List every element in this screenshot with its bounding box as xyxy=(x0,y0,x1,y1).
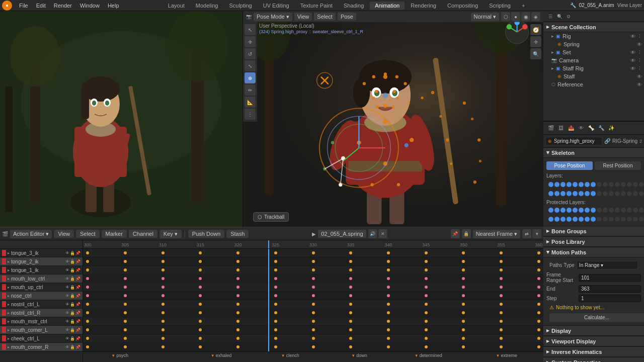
sc-icon-outliner[interactable]: ☰ xyxy=(546,13,554,21)
track-mute-icon[interactable]: 🔒 xyxy=(70,345,75,349)
pose-position-btn[interactable]: Pose Position xyxy=(546,161,593,170)
layer-dot-1[interactable] xyxy=(554,217,559,222)
keyframe-mouth_up_ctrl-345[interactable] xyxy=(425,286,428,289)
menu-window[interactable]: Window xyxy=(76,2,104,10)
keyframe-mouth_mstr_ctrl-330[interactable] xyxy=(312,320,315,323)
keyframe-mouth_corner_L-315[interactable] xyxy=(199,328,202,331)
keyframe-mouth_corner_L-335[interactable] xyxy=(349,328,352,331)
keyframe-tongue_1_ik-355[interactable] xyxy=(500,268,503,272)
layer-dot-10[interactable] xyxy=(609,191,614,196)
keyframe-tongue_2_ik-305[interactable] xyxy=(124,260,127,263)
keyframe-mouth_corner_R-360[interactable] xyxy=(537,345,540,348)
keyframe-nostril_ctrl_R-330[interactable] xyxy=(312,311,315,314)
keyframe-nose_ctrl-330[interactable] xyxy=(312,294,315,297)
ae-push-down-btn[interactable]: Push Down xyxy=(188,230,224,238)
track-pin-icon[interactable]: 📌 xyxy=(75,319,80,324)
keyframe-mouth_corner_L-325[interactable] xyxy=(274,328,277,331)
keyframe-mouth_low_ctrl-355[interactable] xyxy=(500,277,503,280)
keyframe-nostril_ctrl_L-330[interactable] xyxy=(312,303,315,306)
keyframe-mouth_corner_L-345[interactable] xyxy=(425,328,428,331)
tab-compositing[interactable]: Compositing xyxy=(442,2,483,10)
keyframe-cheek_ctrl_L-335[interactable] xyxy=(349,337,352,340)
staff-rig-options[interactable]: ⋮ xyxy=(637,66,642,71)
ae-track-mouth_corner_L[interactable]: ▸ mouth_corner_L 👁 🔒 📌 xyxy=(0,326,83,334)
track-visible-icon[interactable]: 👁 xyxy=(65,336,69,341)
track-visible-icon[interactable]: 👁 xyxy=(65,345,69,349)
ae-track-mouth_low_ctrl[interactable]: ▸ mouth_low_ctrl 👁 🔒 📌 xyxy=(0,275,83,283)
layer-dot-0[interactable] xyxy=(548,182,553,187)
keyframe-mouth_up_ctrl-320[interactable] xyxy=(236,286,239,289)
keyframe-mouth_up_ctrl-340[interactable] xyxy=(387,286,390,289)
ae-type-dropdown[interactable]: Action Editor ▾ xyxy=(10,230,52,238)
keyframe-tongue_2_ik-355[interactable] xyxy=(500,260,503,263)
ae-track-mouth_mstr_ctrl[interactable]: ▸ mouth_mstr_ctrl 👁 🔒 📌 xyxy=(0,317,83,326)
layer-dot-8[interactable] xyxy=(597,182,602,187)
keyframe-tongue_1_ik-305[interactable] xyxy=(124,268,127,272)
keyframe-mouth_up_ctrl-350[interactable] xyxy=(462,286,465,289)
prop-icon-object-data[interactable]: 🦴 xyxy=(587,124,596,133)
keyframe-nostril_ctrl_L-310[interactable] xyxy=(162,303,165,306)
keyframe-tongue_2_ik-340[interactable] xyxy=(387,260,390,263)
ik-header[interactable]: ▸ Inverse Kinematics xyxy=(543,347,644,357)
keyframe-mouth_low_ctrl-305[interactable] xyxy=(124,277,127,280)
track-visible-icon[interactable]: 👁 xyxy=(65,311,69,315)
tab-sculpting[interactable]: Sculpting xyxy=(224,2,257,10)
keyframe-tongue_3_ik-330[interactable] xyxy=(312,251,315,254)
menu-edit[interactable]: Edit xyxy=(32,2,50,10)
keyframe-tongue_2_ik-335[interactable] xyxy=(349,260,352,263)
layer-dot-13[interactable] xyxy=(627,217,632,222)
ae-pin-icon[interactable]: 🔒 xyxy=(462,229,471,238)
track-mute-icon[interactable]: 🔒 xyxy=(70,268,75,273)
keyframe-mouth_corner_R-330[interactable] xyxy=(312,345,315,348)
keyframe-mouth_mstr_ctrl-335[interactable] xyxy=(349,320,352,323)
keyframe-nose_ctrl-360[interactable] xyxy=(537,294,540,297)
ae-sync-btn[interactable]: ⇄ xyxy=(522,229,531,238)
track-pin-icon[interactable]: 📌 xyxy=(75,268,80,273)
keyframe-nostril_ctrl_L-345[interactable] xyxy=(425,303,428,306)
tool-transform[interactable]: ⊕ xyxy=(245,72,256,83)
rig-visibility[interactable]: 👁 xyxy=(630,34,635,39)
track-pin-icon[interactable]: 📌 xyxy=(75,294,80,298)
layer-dot-11[interactable] xyxy=(615,191,620,196)
keyframe-nostril_ctrl_R-350[interactable] xyxy=(462,311,465,314)
layer-dot-3[interactable] xyxy=(567,182,572,187)
prop-icon-view[interactable]: 👁 xyxy=(577,124,586,133)
track-visible-icon[interactable]: 👁 xyxy=(65,328,69,332)
track-visible-icon[interactable]: 👁 xyxy=(65,277,69,281)
keyframe-nostril_ctrl_R-340[interactable] xyxy=(387,311,390,314)
pose-library-header[interactable]: ▸ Pose Library xyxy=(543,237,644,247)
keyframe-mouth_mstr_ctrl-300[interactable] xyxy=(86,320,89,323)
rest-position-btn[interactable]: Rest Position xyxy=(595,161,641,170)
keyframe-mouth_low_ctrl-350[interactable] xyxy=(462,277,465,280)
layer-dot-12[interactable] xyxy=(621,217,626,222)
layer-dot-10[interactable] xyxy=(609,208,614,213)
viewport-gizmo-zoom[interactable]: 🔍 xyxy=(530,48,541,59)
keyframe-nostril_ctrl_R-345[interactable] xyxy=(425,311,428,314)
layer-dot-1[interactable] xyxy=(554,208,559,213)
keyframe-nose_ctrl-310[interactable] xyxy=(162,294,165,297)
track-visible-icon[interactable]: 👁 xyxy=(65,285,69,290)
track-mute-icon[interactable]: 🔒 xyxy=(70,285,75,290)
track-visible-icon[interactable]: 👁 xyxy=(65,319,69,324)
track-mute-icon[interactable]: 🔒 xyxy=(70,311,75,315)
layer-dot-8[interactable] xyxy=(597,208,602,213)
keyframe-tongue_3_ik-340[interactable] xyxy=(387,251,390,254)
shading-render-btn[interactable]: ◈ xyxy=(531,12,540,21)
tool-extra[interactable]: ⋮ xyxy=(245,109,256,120)
layer-dot-15[interactable] xyxy=(639,191,644,196)
keyframe-nose_ctrl-305[interactable] xyxy=(124,294,127,297)
collection-item-rig[interactable]: ▸ ▣ Rig 👁 ⋮ xyxy=(543,32,644,40)
layer-dot-15[interactable] xyxy=(639,208,644,213)
layer-dot-4[interactable] xyxy=(573,191,578,196)
keyframe-cheek_ctrl_L-340[interactable] xyxy=(387,337,390,340)
keyframe-nostril_ctrl_L-340[interactable] xyxy=(387,303,390,306)
layer-dot-5[interactable] xyxy=(579,208,584,213)
layer-dot-7[interactable] xyxy=(591,217,596,222)
ae-channel-btn[interactable]: Channel xyxy=(129,230,157,238)
layer-dot-3[interactable] xyxy=(567,208,572,213)
keyframe-mouth_low_ctrl-330[interactable] xyxy=(312,277,315,280)
keyframe-tongue_1_ik-330[interactable] xyxy=(312,268,315,272)
layer-dot-0[interactable] xyxy=(548,217,553,222)
keyframe-cheek_ctrl_L-325[interactable] xyxy=(274,337,277,340)
keyframe-nose_ctrl-300[interactable] xyxy=(86,294,89,297)
